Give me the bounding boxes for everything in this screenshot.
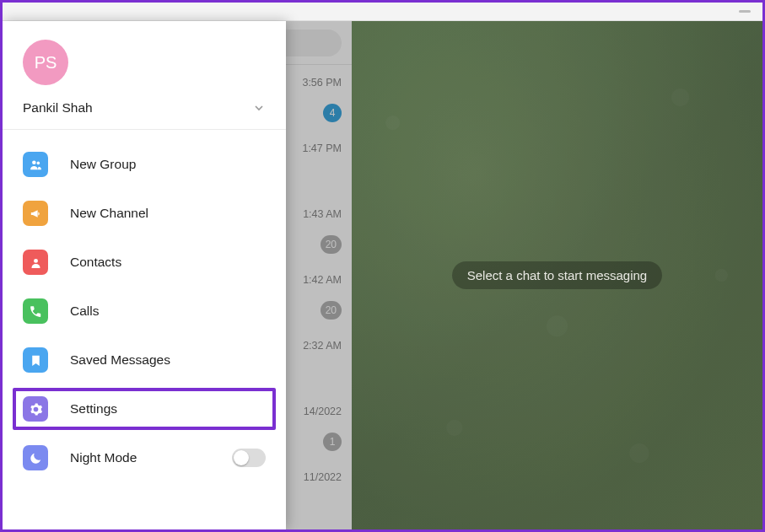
- hamburger-menu-panel: PS Pankil Shah New GroupNew ChannelConta…: [3, 21, 286, 529]
- unread-badge: 1: [323, 433, 342, 451]
- chat-time: 14/2022: [304, 406, 342, 417]
- chat-time: 1:43 AM: [303, 208, 342, 220]
- window-titlebar: [3, 3, 762, 21]
- menu-item-label: Settings: [70, 401, 117, 416]
- chat-time: 1:47 PM: [302, 142, 342, 154]
- group-icon: [23, 152, 48, 177]
- menu-item-label: Calls: [70, 304, 99, 319]
- unread-badge: 4: [323, 104, 342, 122]
- chat-time: 2:32 AM: [303, 340, 342, 352]
- unread-badge: 20: [321, 301, 342, 320]
- phone-icon: [23, 298, 48, 324]
- svg-point-1: [36, 161, 40, 164]
- menu-item-new-group[interactable]: New Group: [3, 140, 286, 189]
- menu-item-label: New Group: [70, 157, 136, 172]
- menu-item-contacts[interactable]: Contacts: [3, 238, 286, 287]
- chevron-down-icon[interactable]: [252, 101, 266, 115]
- svg-point-2: [34, 258, 38, 262]
- menu-item-new-channel[interactable]: New Channel: [3, 189, 286, 238]
- menu-list: New GroupNew ChannelContactsCallsSaved M…: [3, 130, 286, 492]
- unread-badge: 20: [321, 235, 342, 254]
- profile-section[interactable]: PS Pankil Shah: [3, 21, 286, 130]
- menu-item-calls[interactable]: Calls: [3, 287, 286, 336]
- menu-item-label: New Channel: [70, 206, 148, 221]
- menu-item-label: Contacts: [70, 255, 121, 270]
- svg-point-0: [32, 160, 36, 164]
- avatar[interactable]: PS: [23, 40, 68, 85]
- moon-icon: [23, 445, 48, 470]
- contact-icon: [23, 250, 48, 275]
- profile-name: Pankil Shah: [23, 100, 93, 116]
- minimize-icon[interactable]: [739, 10, 751, 13]
- menu-item-night-mode[interactable]: Night Mode: [3, 433, 286, 482]
- night-mode-toggle[interactable]: [232, 449, 266, 467]
- chat-time: 11/2022: [304, 471, 342, 483]
- menu-item-label: Saved Messages: [70, 352, 170, 368]
- menu-item-saved-messages[interactable]: Saved Messages: [3, 336, 286, 384]
- gear-icon: [23, 396, 48, 422]
- megaphone-icon: [23, 201, 48, 226]
- menu-item-label: Night Mode: [70, 450, 137, 465]
- chat-background: Select a chat to start messaging: [352, 21, 762, 529]
- menu-item-settings[interactable]: Settings: [11, 386, 277, 432]
- empty-chat-prompt: Select a chat to start messaging: [452, 261, 662, 289]
- chat-time: 1:42 AM: [303, 274, 342, 286]
- bookmark-icon: [23, 347, 48, 373]
- chat-time: 3:56 PM: [302, 77, 342, 89]
